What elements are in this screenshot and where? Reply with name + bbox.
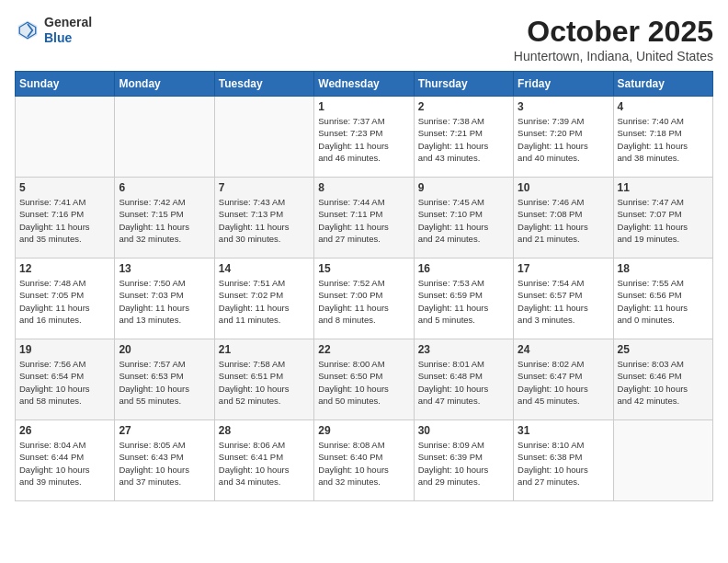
day-info: Sunrise: 7:56 AM Sunset: 6:54 PM Dayligh… bbox=[19, 358, 110, 407]
weekday-header: Sunday bbox=[16, 72, 115, 97]
calendar-cell: 13Sunrise: 7:50 AM Sunset: 7:03 PM Dayli… bbox=[115, 259, 214, 339]
calendar-cell: 2Sunrise: 7:38 AM Sunset: 7:21 PM Daylig… bbox=[414, 97, 513, 178]
day-number: 25 bbox=[618, 343, 709, 356]
calendar-cell bbox=[16, 97, 115, 178]
calendar-cell bbox=[613, 420, 712, 501]
calendar-cell: 15Sunrise: 7:52 AM Sunset: 7:00 PM Dayli… bbox=[314, 259, 414, 339]
day-info: Sunrise: 7:52 AM Sunset: 7:00 PM Dayligh… bbox=[318, 277, 409, 326]
day-info: Sunrise: 8:09 AM Sunset: 6:39 PM Dayligh… bbox=[418, 439, 509, 488]
day-number: 14 bbox=[219, 262, 310, 275]
calendar-cell: 31Sunrise: 8:10 AM Sunset: 6:38 PM Dayli… bbox=[514, 420, 613, 501]
day-number: 17 bbox=[518, 262, 609, 275]
logo-general: General bbox=[44, 15, 92, 30]
calendar-cell: 3Sunrise: 7:39 AM Sunset: 7:20 PM Daylig… bbox=[514, 97, 613, 178]
logo: General Blue bbox=[15, 15, 92, 46]
day-number: 30 bbox=[418, 424, 509, 437]
day-info: Sunrise: 7:41 AM Sunset: 7:16 PM Dayligh… bbox=[19, 196, 110, 245]
day-info: Sunrise: 7:50 AM Sunset: 7:03 PM Dayligh… bbox=[119, 277, 210, 326]
calendar-cell: 1Sunrise: 7:37 AM Sunset: 7:23 PM Daylig… bbox=[314, 97, 414, 178]
title-block: October 2025 Huntertown, Indiana, United… bbox=[514, 15, 713, 63]
calendar-cell: 7Sunrise: 7:43 AM Sunset: 7:13 PM Daylig… bbox=[214, 178, 313, 259]
day-info: Sunrise: 7:38 AM Sunset: 7:21 PM Dayligh… bbox=[418, 115, 509, 164]
location: Huntertown, Indiana, United States bbox=[514, 49, 713, 63]
weekday-header: Wednesday bbox=[314, 72, 414, 97]
day-number: 22 bbox=[318, 343, 409, 356]
day-number: 26 bbox=[19, 424, 110, 437]
day-number: 1 bbox=[318, 100, 409, 113]
day-number: 29 bbox=[318, 424, 409, 437]
calendar-cell: 10Sunrise: 7:46 AM Sunset: 7:08 PM Dayli… bbox=[514, 178, 613, 259]
calendar-cell: 25Sunrise: 8:03 AM Sunset: 6:46 PM Dayli… bbox=[613, 339, 712, 420]
day-number: 10 bbox=[518, 181, 609, 194]
calendar-cell: 28Sunrise: 8:06 AM Sunset: 6:41 PM Dayli… bbox=[214, 420, 313, 501]
day-info: Sunrise: 7:45 AM Sunset: 7:10 PM Dayligh… bbox=[418, 196, 509, 245]
day-number: 4 bbox=[618, 100, 709, 113]
day-number: 8 bbox=[318, 181, 409, 194]
day-number: 5 bbox=[19, 181, 110, 194]
calendar-cell: 8Sunrise: 7:44 AM Sunset: 7:11 PM Daylig… bbox=[314, 178, 414, 259]
calendar-week-row: 1Sunrise: 7:37 AM Sunset: 7:23 PM Daylig… bbox=[16, 97, 713, 178]
day-info: Sunrise: 7:40 AM Sunset: 7:18 PM Dayligh… bbox=[618, 115, 709, 164]
day-info: Sunrise: 8:06 AM Sunset: 6:41 PM Dayligh… bbox=[219, 439, 310, 488]
calendar-week-row: 26Sunrise: 8:04 AM Sunset: 6:44 PM Dayli… bbox=[16, 420, 713, 501]
day-info: Sunrise: 7:37 AM Sunset: 7:23 PM Dayligh… bbox=[318, 115, 409, 164]
weekday-header: Saturday bbox=[613, 72, 712, 97]
calendar-cell: 30Sunrise: 8:09 AM Sunset: 6:39 PM Dayli… bbox=[414, 420, 513, 501]
day-info: Sunrise: 7:51 AM Sunset: 7:02 PM Dayligh… bbox=[219, 277, 310, 326]
calendar-cell: 29Sunrise: 8:08 AM Sunset: 6:40 PM Dayli… bbox=[314, 420, 414, 501]
day-number: 2 bbox=[418, 100, 509, 113]
logo-text: General Blue bbox=[44, 15, 92, 46]
day-number: 20 bbox=[119, 343, 210, 356]
calendar-cell bbox=[214, 97, 313, 178]
day-number: 12 bbox=[19, 262, 110, 275]
day-number: 3 bbox=[518, 100, 609, 113]
calendar-cell: 9Sunrise: 7:45 AM Sunset: 7:10 PM Daylig… bbox=[414, 178, 513, 259]
day-number: 24 bbox=[518, 343, 609, 356]
calendar-cell bbox=[115, 97, 214, 178]
day-info: Sunrise: 8:10 AM Sunset: 6:38 PM Dayligh… bbox=[518, 439, 609, 488]
calendar-cell: 12Sunrise: 7:48 AM Sunset: 7:05 PM Dayli… bbox=[16, 259, 115, 339]
day-number: 13 bbox=[119, 262, 210, 275]
calendar-cell: 11Sunrise: 7:47 AM Sunset: 7:07 PM Dayli… bbox=[613, 178, 712, 259]
day-number: 28 bbox=[219, 424, 310, 437]
day-number: 16 bbox=[418, 262, 509, 275]
weekday-header: Thursday bbox=[414, 72, 513, 97]
calendar-cell: 4Sunrise: 7:40 AM Sunset: 7:18 PM Daylig… bbox=[613, 97, 712, 178]
day-number: 15 bbox=[318, 262, 409, 275]
logo-icon bbox=[15, 17, 40, 43]
day-info: Sunrise: 7:43 AM Sunset: 7:13 PM Dayligh… bbox=[219, 196, 310, 245]
calendar-cell: 16Sunrise: 7:53 AM Sunset: 6:59 PM Dayli… bbox=[414, 259, 513, 339]
calendar-cell: 22Sunrise: 8:00 AM Sunset: 6:50 PM Dayli… bbox=[314, 339, 414, 420]
day-number: 27 bbox=[119, 424, 210, 437]
calendar-cell: 19Sunrise: 7:56 AM Sunset: 6:54 PM Dayli… bbox=[16, 339, 115, 420]
calendar-week-row: 5Sunrise: 7:41 AM Sunset: 7:16 PM Daylig… bbox=[16, 178, 713, 259]
day-number: 21 bbox=[219, 343, 310, 356]
day-info: Sunrise: 8:04 AM Sunset: 6:44 PM Dayligh… bbox=[19, 439, 110, 488]
calendar-cell: 17Sunrise: 7:54 AM Sunset: 6:57 PM Dayli… bbox=[514, 259, 613, 339]
day-number: 7 bbox=[219, 181, 310, 194]
weekday-header-row: SundayMondayTuesdayWednesdayThursdayFrid… bbox=[16, 72, 713, 97]
day-number: 11 bbox=[618, 181, 709, 194]
calendar-cell: 14Sunrise: 7:51 AM Sunset: 7:02 PM Dayli… bbox=[214, 259, 313, 339]
day-info: Sunrise: 7:54 AM Sunset: 6:57 PM Dayligh… bbox=[518, 277, 609, 326]
calendar-cell: 18Sunrise: 7:55 AM Sunset: 6:56 PM Dayli… bbox=[613, 259, 712, 339]
day-number: 6 bbox=[119, 181, 210, 194]
calendar-cell: 27Sunrise: 8:05 AM Sunset: 6:43 PM Dayli… bbox=[115, 420, 214, 501]
calendar-cell: 6Sunrise: 7:42 AM Sunset: 7:15 PM Daylig… bbox=[115, 178, 214, 259]
day-number: 18 bbox=[618, 262, 709, 275]
day-info: Sunrise: 7:47 AM Sunset: 7:07 PM Dayligh… bbox=[618, 196, 709, 245]
day-info: Sunrise: 8:08 AM Sunset: 6:40 PM Dayligh… bbox=[318, 439, 409, 488]
day-info: Sunrise: 7:58 AM Sunset: 6:51 PM Dayligh… bbox=[219, 358, 310, 407]
day-info: Sunrise: 7:46 AM Sunset: 7:08 PM Dayligh… bbox=[518, 196, 609, 245]
day-info: Sunrise: 7:42 AM Sunset: 7:15 PM Dayligh… bbox=[119, 196, 210, 245]
svg-marker-0 bbox=[18, 20, 38, 40]
calendar-cell: 24Sunrise: 8:02 AM Sunset: 6:47 PM Dayli… bbox=[514, 339, 613, 420]
calendar-cell: 26Sunrise: 8:04 AM Sunset: 6:44 PM Dayli… bbox=[16, 420, 115, 501]
day-info: Sunrise: 7:39 AM Sunset: 7:20 PM Dayligh… bbox=[518, 115, 609, 164]
day-info: Sunrise: 8:00 AM Sunset: 6:50 PM Dayligh… bbox=[318, 358, 409, 407]
logo-blue: Blue bbox=[44, 30, 92, 46]
day-info: Sunrise: 8:03 AM Sunset: 6:46 PM Dayligh… bbox=[618, 358, 709, 407]
day-info: Sunrise: 8:01 AM Sunset: 6:48 PM Dayligh… bbox=[418, 358, 509, 407]
day-info: Sunrise: 8:05 AM Sunset: 6:43 PM Dayligh… bbox=[119, 439, 210, 488]
calendar-cell: 23Sunrise: 8:01 AM Sunset: 6:48 PM Dayli… bbox=[414, 339, 513, 420]
